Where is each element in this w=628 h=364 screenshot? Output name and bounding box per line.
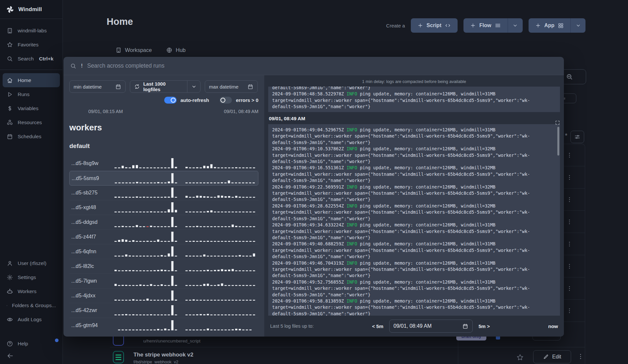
forward-5m-button[interactable]: 5m > bbox=[479, 323, 490, 329]
log-level: INFO bbox=[347, 222, 358, 227]
user-icon bbox=[7, 260, 13, 267]
sidebar-item-favorites[interactable]: Favorites bbox=[3, 38, 60, 52]
now-button[interactable]: now bbox=[548, 323, 558, 329]
filter-button[interactable] bbox=[570, 131, 584, 143]
sidebar-item-home[interactable]: Home bbox=[3, 73, 60, 87]
log-line: 2024-09-01T06:49:46.704319Z INFO ping up… bbox=[272, 260, 556, 266]
worker-row[interactable]: ...d5-6qfnn bbox=[69, 244, 258, 259]
sidebar-item-resources[interactable]: Resources bbox=[3, 115, 60, 129]
worker-activity-sparkline bbox=[114, 216, 256, 228]
row-menu-kebab[interactable] bbox=[566, 263, 573, 270]
row-menu-kebab[interactable] bbox=[566, 285, 573, 292]
sidebar-item-settings[interactable]: Settings bbox=[3, 270, 60, 284]
worker-row[interactable]: ...d5-8sg9w bbox=[69, 156, 258, 171]
worker-row[interactable]: ...d5-gtm94 bbox=[69, 318, 258, 333]
sidebar-item-folders-groups-[interactable]: Folders & Groups... bbox=[3, 298, 60, 312]
create-script-button[interactable]: Script bbox=[411, 18, 458, 33]
kebab-icon bbox=[577, 353, 584, 360]
worker-group-heading: default bbox=[69, 142, 258, 150]
worker-row[interactable]: ...d5-z44f7 bbox=[69, 230, 258, 244]
search-icon bbox=[7, 56, 13, 62]
log-scrollbar[interactable] bbox=[557, 127, 559, 156]
expand-icon bbox=[555, 120, 560, 125]
row-menu-kebab[interactable] bbox=[566, 196, 573, 203]
logfiles-select-chevron[interactable] bbox=[187, 81, 200, 92]
worker-row[interactable]: ...d5-5sms9 bbox=[69, 171, 258, 186]
menu-icon bbox=[495, 22, 501, 29]
log-line-clipped: default-5sms9-Jmn1G","name":"worker"} bbox=[272, 87, 556, 91]
create-app-button-group: App bbox=[529, 18, 585, 33]
row-menu-kebab[interactable] bbox=[566, 241, 573, 247]
min-datetime-input[interactable]: min datetime bbox=[69, 80, 126, 93]
worker-id: ...d5-xgt48 bbox=[71, 205, 111, 210]
app-title: Windmill bbox=[18, 6, 42, 13]
log-line: default-5sms9-Jmn1G","name":"worker"} bbox=[272, 158, 556, 165]
sidebar-item-audit-logs[interactable]: Audit Logs bbox=[3, 312, 60, 326]
worker-id: ...d5-5sms9 bbox=[72, 175, 112, 181]
log-line: default-5sms9-Jmn1G","name":"worker"} bbox=[272, 196, 556, 203]
windmill-app: Home Create a Script Flow App Workspace … bbox=[0, 0, 628, 364]
calendar-icon bbox=[115, 84, 121, 90]
sidebar-item-user-rfiszel-[interactable]: User (rfiszel) bbox=[3, 256, 60, 270]
log-datetime-input[interactable]: 09/01, 08:49 AM bbox=[389, 320, 473, 333]
flow-dropdown-toggle[interactable] bbox=[508, 18, 523, 33]
create-app-button[interactable]: App bbox=[529, 23, 570, 29]
max-datetime-input[interactable]: max datetime bbox=[205, 80, 258, 93]
worker-list: ...d5-8sg9w...d5-5sms9...d5-sb275...d5-x… bbox=[69, 156, 258, 333]
expand-icon[interactable] bbox=[555, 120, 560, 125]
range-start: 09/01, 08:15 AM bbox=[88, 109, 123, 114]
log-line: default-5sms9-Jmn1G","name":"worker"} bbox=[272, 104, 556, 110]
create-flow-button[interactable]: Flow bbox=[463, 22, 507, 29]
row-menu-kebab[interactable] bbox=[566, 174, 573, 181]
app-logo[interactable]: Windmill bbox=[0, 0, 62, 19]
row-menu-kebab[interactable] bbox=[566, 307, 573, 314]
search-input[interactable] bbox=[87, 62, 557, 69]
row-menu-kebab[interactable] bbox=[566, 219, 573, 225]
sidebar-item-windmill-labs[interactable]: windmill-labs bbox=[3, 24, 60, 38]
collapse-sidebar-button[interactable] bbox=[7, 352, 14, 359]
logfiles-select[interactable]: Last 1000 logfiles bbox=[130, 80, 201, 93]
play-icon bbox=[7, 91, 13, 98]
kebab-icon bbox=[566, 219, 573, 225]
completed-runs-search-modal: ! min datetime Last 1000 logfiles max da… bbox=[63, 57, 564, 337]
sidebar-item-schedules[interactable]: Schedules bbox=[3, 129, 60, 143]
row-menu-kebab[interactable] bbox=[577, 353, 584, 360]
row-menu-kebab[interactable] bbox=[566, 152, 573, 158]
worker-activity-sparkline bbox=[114, 320, 256, 331]
worker-row[interactable]: ...d5-4jdxx bbox=[69, 289, 258, 303]
home-icon bbox=[7, 77, 13, 84]
sidebar-item-workers[interactable]: Workers bbox=[3, 284, 60, 298]
back-5m-button[interactable]: < 5m bbox=[372, 323, 383, 329]
log-level: INFO bbox=[347, 241, 358, 246]
log-line: 2024-09-01T06:49:28.622554Z INFO ping up… bbox=[272, 203, 556, 209]
app-dropdown-toggle[interactable] bbox=[570, 18, 585, 33]
worker-row[interactable]: ...d5-ddgsd bbox=[69, 215, 258, 230]
worker-row[interactable]: ...d5-42zwr bbox=[69, 303, 258, 318]
sidebar-item-search[interactable]: SearchCtrl+k bbox=[3, 52, 60, 66]
robot-icon bbox=[7, 288, 13, 295]
errors-toggle[interactable] bbox=[219, 97, 232, 104]
sidebar-item-runs[interactable]: Runs bbox=[3, 87, 60, 101]
auto-refresh-toggle[interactable] bbox=[164, 97, 177, 104]
worker-row[interactable]: ...d5-l82lc bbox=[69, 259, 258, 274]
worker-row[interactable]: ...d5-xgt48 bbox=[69, 200, 258, 215]
log-line: default-5sms9-Jmn1G","name":"worker"} bbox=[272, 292, 556, 298]
log-block-current[interactable]: 2024-09-01T06:49:04.529675Z INFO ping up… bbox=[268, 124, 560, 316]
log-level: INFO bbox=[347, 279, 358, 285]
create-actions: Create a Script Flow App bbox=[386, 18, 585, 33]
sidebar-item-help[interactable]: Help bbox=[3, 337, 60, 351]
sidebar-item-variables[interactable]: Variables bbox=[3, 101, 60, 115]
worker-row[interactable]: ...d5-sb275 bbox=[69, 186, 258, 200]
row-divider bbox=[110, 347, 585, 347]
worker-id: ...d5-7lgwn bbox=[71, 278, 111, 284]
worker-row[interactable]: ...d5-7lgwn bbox=[69, 274, 258, 289]
log-line: target=windmill_worker::worker span={"ho… bbox=[272, 228, 556, 235]
sidebar: Windmill windmill-labsFavoritesSearchCtr… bbox=[0, 0, 63, 364]
edit-button[interactable]: Edit bbox=[533, 350, 571, 363]
log-line: default-5sms9-Jmn1G","name":"worker"} bbox=[272, 140, 556, 146]
chevron-down-icon bbox=[512, 23, 518, 28]
tab-workspace[interactable]: Workspace bbox=[115, 47, 152, 53]
tab-hub[interactable]: Hub bbox=[166, 47, 185, 53]
sidebar-divider bbox=[0, 70, 62, 70]
favorite-star-icon[interactable] bbox=[516, 354, 524, 361]
